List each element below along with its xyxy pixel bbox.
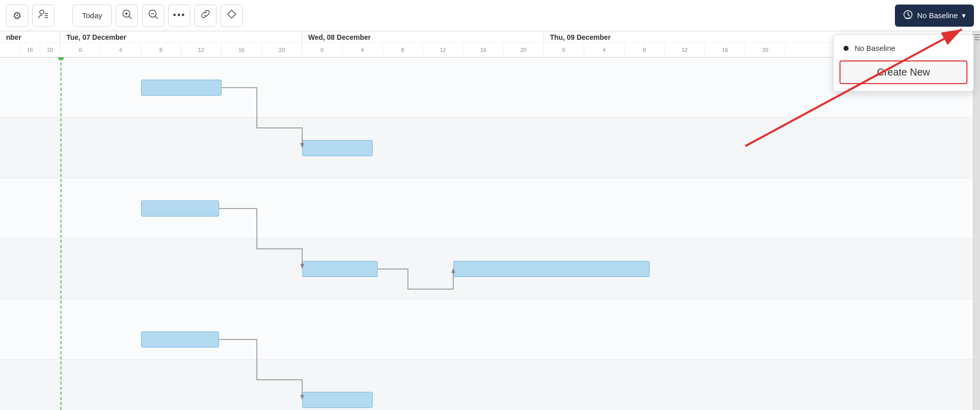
link-button[interactable] (194, 5, 217, 27)
zoom-out-button[interactable] (142, 5, 164, 27)
svg-line-7 (129, 16, 131, 19)
more-icon: ••• (173, 10, 186, 21)
gantt-body: // Will be rendered via inline style app… (0, 57, 973, 410)
gantt-area: nber 16 20 Tue, 07 December 0 4 8 12 16 … (0, 31, 973, 410)
today-line (60, 57, 61, 410)
baseline-dropdown: No Baseline Create New (833, 34, 974, 92)
zoom-out-icon (148, 9, 159, 22)
svg-point-0 (40, 10, 44, 14)
task-bar-2[interactable] (302, 140, 373, 156)
task-bar-5[interactable] (453, 261, 650, 277)
selected-dot (844, 46, 849, 51)
task-bar-1[interactable] (141, 80, 222, 96)
baseline-label: No Baseline (917, 11, 958, 20)
task-bar-3[interactable] (141, 200, 219, 217)
date-section-tue: Tue, 07 December 0 4 8 12 16 20 (60, 31, 302, 57)
baseline-icon (903, 10, 913, 21)
task-bar-6[interactable] (141, 331, 219, 348)
diamond-button[interactable] (221, 5, 243, 27)
no-baseline-option[interactable]: No Baseline (833, 39, 973, 57)
svg-line-10 (155, 16, 158, 19)
date-section-wed: Wed, 08 December 0 4 8 12 16 20 (302, 31, 544, 57)
scroll-handle (974, 34, 979, 40)
diamond-icon (226, 9, 237, 22)
zoom-in-icon (121, 9, 132, 22)
gear-icon: ⚙ (13, 10, 22, 22)
baseline-button[interactable]: No Baseline ▾ (895, 5, 974, 27)
scrollbar[interactable] (973, 31, 980, 410)
resource-button[interactable] (32, 5, 54, 27)
grid-lines: // Will be rendered via inline style app… (0, 57, 973, 410)
today-button[interactable]: Today (73, 5, 112, 27)
link-icon (200, 9, 211, 22)
zoom-in-button[interactable] (116, 5, 138, 27)
settings-button[interactable]: ⚙ (6, 5, 28, 27)
no-baseline-label: No Baseline (855, 44, 895, 52)
task-bar-4[interactable] (302, 261, 378, 277)
chevron-down-icon: ▾ (962, 11, 966, 20)
more-options-button[interactable]: ••• (168, 5, 190, 27)
person-list-icon (38, 9, 49, 22)
date-header: nber 16 20 Tue, 07 December 0 4 8 12 16 … (0, 31, 973, 57)
date-section-nov: nber 16 20 (0, 31, 60, 57)
toolbar: ⚙ Today (0, 0, 980, 31)
create-new-button[interactable]: Create New (839, 60, 967, 84)
task-bar-7[interactable] (302, 392, 373, 408)
